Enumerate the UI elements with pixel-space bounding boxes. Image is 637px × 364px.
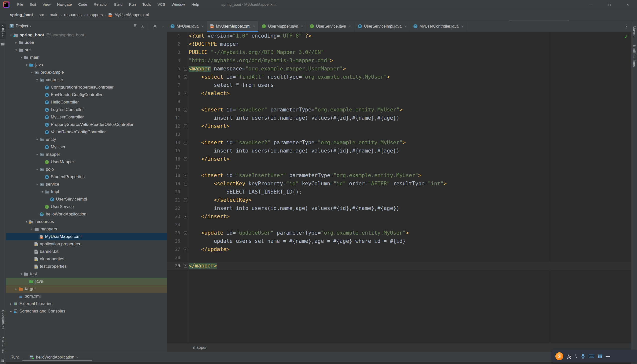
close-button[interactable]: × (618, 0, 637, 9)
fold-marker-icon[interactable] (182, 65, 188, 73)
menu-build[interactable]: Build (111, 0, 126, 9)
fold-marker-icon[interactable] (182, 180, 188, 188)
fold-marker-icon[interactable] (182, 106, 188, 114)
menu-navigate[interactable]: Navigate (54, 0, 75, 9)
code-line-3[interactable]: 3PUBLIC "-//mybatis.org//DTD Mapper 3.0/… (167, 48, 631, 56)
menu-tools[interactable]: Tools (139, 0, 154, 9)
fold-marker-icon[interactable] (182, 196, 188, 204)
tab-userservice.java[interactable]: IUserService.java× (306, 21, 354, 32)
expand-all-button[interactable] (133, 24, 137, 28)
run-tab[interactable]: helloWorldApplication × (29, 355, 78, 360)
tree-item-logtestcontroller[interactable]: CLogTestController (6, 106, 167, 114)
chevron-expanded-icon[interactable]: ▾ (24, 220, 29, 224)
menu-view[interactable]: View (39, 0, 54, 9)
tree-item-java[interactable]: ▾java (6, 61, 167, 69)
tree-item-ok.properties[interactable]: ok.properties (6, 255, 167, 263)
code-line-21[interactable]: 21 </selectKey> (167, 196, 631, 204)
code-line-28[interactable]: 28 (167, 254, 631, 262)
tool-window-button-maven[interactable]: Maven (632, 24, 636, 39)
tree-item-target[interactable]: ▸target (6, 285, 167, 292)
code-line-9[interactable]: 9 (167, 98, 631, 106)
code-line-16[interactable]: 16 </insert> (167, 155, 631, 163)
tree-item-configurationpropertiescontroller[interactable]: CConfigurationPropertiesController (6, 84, 167, 91)
breadcrumb-item[interactable]: main (50, 13, 58, 17)
ime-collapse[interactable]: — (606, 354, 610, 359)
ime-punctuation-toggle[interactable]: ’, (575, 354, 577, 359)
tree-item-scratches-and-consoles[interactable]: ▸Scratches and Consoles (6, 308, 167, 315)
tree-item-main[interactable]: ▾main (6, 54, 167, 61)
tree-item-userserviceimpl[interactable]: CUserServiceImpl (6, 196, 167, 203)
breadcrumb-item[interactable]: src (38, 13, 44, 17)
breadcrumb-item[interactable]: MyUserMapper.xml (114, 13, 149, 17)
close-icon[interactable]: × (76, 355, 78, 359)
collapse-all-button[interactable] (140, 24, 144, 28)
tab-myusermapper.xml[interactable]: <>MyUserMapper.xml× (207, 21, 259, 32)
tree-item-mapper[interactable]: ▾mapper (6, 151, 167, 158)
code-line-7[interactable]: 7 select * from users (167, 81, 631, 89)
chevron-expanded-icon[interactable]: ▾ (14, 48, 19, 52)
code-line-20[interactable]: 20 SELECT LAST_INSERT_ID(); (167, 188, 631, 196)
tool-window-run-icon[interactable] (1, 359, 4, 362)
tool-window-folder-icon[interactable] (1, 42, 5, 46)
hide-panel-button[interactable] (161, 24, 165, 28)
tree-item-impl[interactable]: ▾Impl (6, 188, 167, 196)
code-line-23[interactable]: 23 </insert> (167, 212, 631, 221)
tree-item-userservice[interactable]: IUserService (6, 203, 167, 210)
tree-item-test[interactable]: ▾test (6, 270, 167, 278)
fold-marker-icon[interactable] (182, 155, 188, 163)
tree-item-banner.txt[interactable]: banner.txt (6, 248, 167, 255)
tree-item-valuereaderconfigcontroller[interactable]: CValueReaderConfigController (6, 128, 167, 136)
tree-item-entity[interactable]: ▾entity (6, 136, 167, 143)
breadcrumb-item[interactable]: spring_boot (10, 13, 33, 17)
code-line-10[interactable]: 10 <insert id="saveUser" parameterType="… (167, 106, 631, 114)
minimize-button[interactable]: — (582, 0, 600, 9)
code-line-18[interactable]: 18 <insert id="saveInsertUser" parameter… (167, 172, 631, 180)
code-line-2[interactable]: 2<!DOCTYPE mapper (167, 40, 631, 48)
keyboard-icon[interactable] (589, 354, 594, 358)
tree-item-java[interactable]: java (6, 278, 167, 285)
tab-usermapper.java[interactable]: IUserMapper.java× (258, 21, 306, 32)
tree-item-helloworldapplication[interactable]: ChelloWorldApplication (6, 210, 167, 218)
maximize-button[interactable]: □ (600, 0, 618, 9)
tree-item-myusermapper.xml[interactable]: <>MyUserMapper.xml (6, 233, 167, 240)
chevron-collapsed-icon[interactable]: ▸ (14, 287, 19, 290)
chevron-expanded-icon[interactable]: ▾ (34, 168, 40, 171)
close-icon[interactable]: × (253, 24, 255, 28)
breadcrumb-item[interactable]: resources (64, 13, 81, 17)
tree-item-pojo[interactable]: ▾pojo (6, 166, 167, 173)
fold-marker-icon[interactable] (182, 229, 188, 237)
menu-run[interactable]: Run (126, 0, 139, 9)
close-icon[interactable]: × (301, 24, 303, 28)
code-line-29[interactable]: 29</mapper> (167, 262, 631, 270)
tree-item-controller[interactable]: ▾controller (6, 76, 167, 84)
chevron-expanded-icon[interactable]: ▾ (19, 272, 24, 276)
fold-marker-icon[interactable] (182, 262, 188, 270)
code-line-24[interactable]: 24 (167, 221, 631, 229)
chevron-expanded-icon[interactable]: ▾ (34, 138, 40, 141)
toolbox-grid-icon[interactable] (598, 354, 602, 358)
tree-item-test.properties[interactable]: test.properties (6, 263, 167, 270)
menu-window[interactable]: Window (168, 0, 188, 9)
code-line-11[interactable]: 11 insert into users(id,name,age) values… (167, 114, 631, 122)
tree-item-envreaderconfigcontroller[interactable]: CEnvReaderConfigController (6, 91, 167, 98)
code-line-12[interactable]: 12 </insert> (167, 122, 631, 130)
tree-item-studentproperties[interactable]: CStudentProperties (6, 173, 167, 181)
tree-item-pom.xml[interactable]: mpom.xml (6, 292, 167, 300)
fold-marker-icon[interactable] (182, 212, 188, 221)
tool-window-button-bookmarks[interactable]: skramkooB (1, 308, 5, 331)
code-line-27[interactable]: 27 </update> (167, 245, 631, 254)
close-icon[interactable]: × (404, 24, 406, 28)
chevron-collapsed-icon[interactable]: ▸ (14, 41, 19, 44)
tab-myusercontroller.java[interactable]: CMyUserController.java× (410, 21, 467, 32)
tree-item-external-libraries[interactable]: ▸External Libraries (6, 300, 167, 308)
chevron-expanded-icon[interactable]: ▾ (19, 56, 24, 59)
chevron-expanded-icon[interactable]: ▾ (8, 33, 14, 37)
chevron-expanded-icon[interactable]: ▾ (29, 228, 34, 231)
tree-item-resources[interactable]: ▾resources (6, 218, 167, 226)
code-line-8[interactable]: 8 </select> (167, 89, 631, 98)
menu-refactor[interactable]: Refactor (90, 0, 111, 9)
code-line-22[interactable]: 22 insert into users(id,name,age) values… (167, 204, 631, 212)
close-icon[interactable]: × (201, 24, 204, 28)
tab-myuser.java[interactable]: CMyUser.java× (167, 21, 207, 32)
chevron-expanded-icon[interactable]: ▾ (40, 190, 45, 194)
